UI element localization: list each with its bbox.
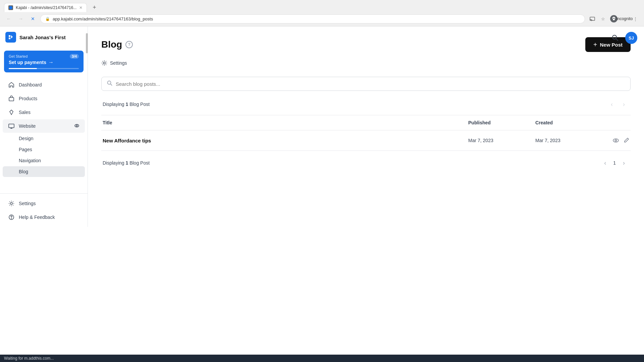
question-icon	[8, 214, 15, 221]
sidebar-item-label-help: Help & Feedback	[19, 215, 79, 220]
svg-point-2	[613, 19, 615, 20]
sidebar-header: Sarah Jonas's First	[0, 26, 88, 48]
incognito-label: Incognito	[620, 14, 629, 23]
sidebar-item-website[interactable]: Website	[3, 119, 85, 133]
tab-favicon	[8, 5, 13, 10]
prev-page-button-top[interactable]: ‹	[606, 99, 617, 110]
col-header-created: Created	[535, 120, 602, 125]
lock-icon: 🔒	[45, 17, 50, 21]
page-title-area: Blog ?	[101, 39, 133, 50]
get-started-action-text: Set up payments	[9, 60, 46, 65]
help-circle-icon[interactable]: ?	[125, 41, 133, 48]
get-started-progress	[9, 68, 79, 69]
get-started-progress-fill	[9, 68, 37, 69]
home-icon	[8, 81, 15, 88]
top-header-right: SJ	[609, 32, 637, 44]
cast-icon[interactable]	[588, 14, 597, 23]
diamond-icon	[8, 109, 15, 116]
sidebar-item-dashboard[interactable]: Dashboard	[3, 78, 85, 92]
sidebar-sub-label-design: Design	[19, 136, 34, 141]
next-page-button-top[interactable]: ›	[619, 99, 629, 110]
sidebar-item-settings[interactable]: Settings	[3, 197, 85, 210]
view-post-button[interactable]	[612, 137, 619, 144]
eye-icon[interactable]	[74, 123, 79, 129]
header-search-button[interactable]	[609, 32, 621, 44]
status-bar: Waiting for m.addthis.com...	[0, 355, 644, 362]
settings-link[interactable]: Settings	[88, 57, 644, 69]
svg-point-13	[613, 139, 619, 142]
sidebar-sub-label-pages: Pages	[19, 147, 32, 152]
sidebar-sub-label-blog: Blog	[19, 169, 28, 174]
table-top-bar: Displaying 1 Blog Post ‹ ›	[101, 99, 631, 110]
box-icon	[8, 95, 15, 102]
sidebar-item-sales[interactable]: Sales	[3, 106, 85, 119]
browser-chrome: Kajabi - /admin/sites/214764716... ✕ + ←…	[0, 0, 644, 26]
browser-tab[interactable]: Kajabi - /admin/sites/214764716... ✕	[4, 3, 87, 12]
sidebar-item-label-website: Website	[19, 123, 70, 129]
sidebar-sub-item-pages[interactable]: Pages	[3, 144, 85, 155]
pagination-top: ‹ ›	[606, 99, 629, 110]
arrow-right-icon: →	[48, 59, 54, 65]
table-row: New Affordance tips Mar 7, 2023 Mar 7, 2…	[101, 130, 631, 151]
settings-link-label: Settings	[110, 60, 127, 66]
search-box[interactable]	[101, 77, 631, 91]
next-page-button-bottom[interactable]: ›	[619, 158, 629, 168]
sidebar-nav: Dashboard Products Sales	[0, 75, 88, 193]
forward-button[interactable]: →	[16, 14, 25, 23]
col-header-actions	[602, 120, 629, 125]
svg-point-7	[10, 202, 12, 204]
sidebar-sub-item-design[interactable]: Design	[3, 133, 85, 144]
more-button[interactable]: ⋮	[631, 14, 640, 23]
content-area: Displaying 1 Blog Post ‹ › Title Publish…	[88, 71, 644, 180]
svg-point-0	[9, 6, 12, 9]
svg-point-9	[11, 219, 12, 219]
browser-toolbar-actions: ☆ Incognito ⋮	[588, 14, 640, 23]
sidebar-sub-item-navigation[interactable]: Navigation	[3, 155, 85, 166]
browser-titlebar: Kajabi - /admin/sites/214764716... ✕ +	[0, 0, 644, 12]
search-icon	[107, 80, 112, 87]
browser-toolbar: ← → ✕ 🔒 app.kajabi.com/admin/sites/21476…	[0, 12, 644, 26]
user-avatar[interactable]: SJ	[625, 32, 637, 44]
svg-point-5	[75, 124, 79, 127]
table-header-row: Title Published Created	[101, 115, 631, 130]
col-header-title: Title	[103, 120, 468, 125]
svg-point-6	[76, 125, 77, 126]
search-input[interactable]	[116, 81, 625, 87]
page-header: Blog ? + New Post	[88, 26, 644, 57]
displaying-count-top: Displaying 1 Blog Post	[103, 102, 150, 107]
sidebar-sub-item-blog[interactable]: Blog	[3, 166, 85, 177]
post-title[interactable]: New Affordance tips	[103, 138, 468, 143]
sidebar-item-help[interactable]: Help & Feedback	[3, 210, 85, 224]
svg-point-14	[615, 140, 617, 141]
back-button[interactable]: ←	[4, 14, 13, 23]
status-text: Waiting for m.addthis.com...	[4, 356, 54, 361]
table-row-actions	[602, 137, 629, 144]
svg-point-11	[103, 62, 105, 64]
svg-point-10	[612, 35, 616, 39]
new-tab-button[interactable]: +	[90, 3, 99, 12]
svg-rect-1	[590, 17, 595, 20]
svg-rect-4	[9, 124, 14, 128]
sidebar-item-label-sales: Sales	[19, 110, 79, 115]
page-title: Blog	[101, 39, 122, 50]
sidebar-item-label-dashboard: Dashboard	[19, 82, 79, 87]
get-started-count: 3/4	[70, 54, 79, 59]
col-header-published: Published	[468, 120, 535, 125]
bookmark-icon[interactable]: ☆	[598, 14, 608, 23]
avatar-initials: SJ	[629, 36, 634, 41]
reload-button[interactable]: ✕	[28, 14, 38, 23]
pagination-bottom: ‹ 1 ›	[600, 158, 629, 168]
get-started-action: Set up payments →	[9, 59, 79, 65]
sidebar-item-label-settings: Settings	[19, 201, 79, 206]
address-bar[interactable]: 🔒 app.kajabi.com/admin/sites/2147647163/…	[40, 14, 585, 23]
tab-close-button[interactable]: ✕	[79, 5, 83, 10]
svg-rect-3	[9, 98, 14, 101]
get-started-banner[interactable]: Get Started 3/4 Set up payments →	[4, 51, 84, 72]
edit-post-button[interactable]	[623, 137, 629, 143]
sidebar-item-products[interactable]: Products	[3, 92, 85, 105]
app-logo[interactable]	[5, 32, 16, 43]
prev-page-button-bottom[interactable]: ‹	[600, 158, 610, 168]
sidebar-sub-label-navigation: Navigation	[19, 158, 41, 163]
svg-point-12	[108, 81, 111, 84]
app-container: Sarah Jonas's First Get Started 3/4 Set …	[0, 26, 644, 355]
